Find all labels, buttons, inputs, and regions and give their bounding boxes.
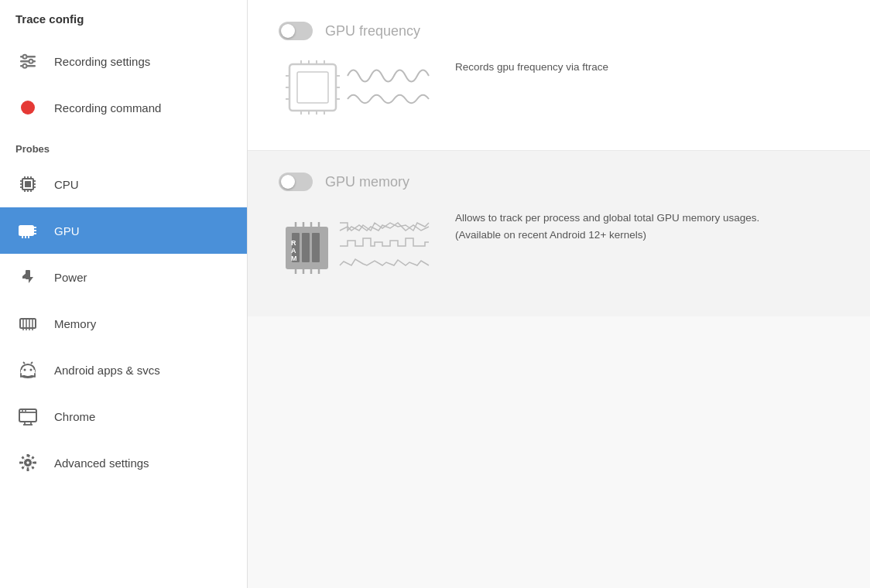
- sidebar-item-label: Android apps & svcs: [54, 364, 160, 377]
- svg-point-4: [29, 60, 33, 63]
- svg-line-47: [31, 362, 33, 364]
- gpu-frequency-header: GPU frequency: [279, 22, 839, 40]
- sidebar-item-power[interactable]: Power: [0, 254, 247, 300]
- svg-rect-43: [21, 371, 35, 374]
- power-icon: [15, 265, 40, 289]
- svg-rect-22: [22, 228, 26, 233]
- cpu-icon: [15, 172, 40, 197]
- svg-text:M: M: [291, 255, 297, 262]
- sidebar-item-label: Chrome: [54, 410, 95, 423]
- svg-rect-88: [312, 233, 320, 262]
- svg-rect-21: [19, 226, 33, 235]
- sidebar-item-advanced[interactable]: Advanced settings: [0, 439, 247, 486]
- gpu-memory-illustration: R A M: [282, 203, 437, 289]
- gpu-memory-description: Allows to track per process and global t…: [455, 203, 780, 243]
- svg-rect-32: [20, 319, 36, 328]
- svg-point-6: [21, 101, 35, 115]
- probes-section-label: Probes: [0, 131, 247, 161]
- gpu-memory-body: R A M: [279, 203, 839, 289]
- sidebar-title: Trace config: [0, 12, 247, 38]
- main-content: GPU frequency: [248, 0, 870, 588]
- svg-rect-64: [34, 462, 37, 464]
- svg-point-45: [30, 369, 33, 371]
- svg-point-3: [23, 55, 27, 59]
- record-icon: [15, 95, 40, 120]
- gpu-icon: [15, 218, 40, 243]
- sliders-icon: [15, 49, 40, 74]
- gpu-memory-card: GPU memory R A M: [248, 151, 870, 316]
- gpu-frequency-title: GPU frequency: [325, 23, 420, 39]
- svg-point-44: [24, 369, 26, 371]
- svg-text:A: A: [291, 247, 296, 255]
- sidebar-item-recording-settings[interactable]: Recording settings: [0, 38, 247, 84]
- gpu-frequency-card: GPU frequency: [248, 0, 870, 151]
- sidebar-item-gpu[interactable]: GPU: [0, 207, 247, 254]
- svg-rect-61: [27, 454, 29, 457]
- gpu-frequency-body: Records gpu frequency via ftrace: [279, 53, 839, 122]
- sidebar-item-cpu[interactable]: CPU: [0, 161, 247, 207]
- svg-text:R: R: [291, 239, 296, 247]
- sidebar-item-label: Power: [54, 271, 87, 284]
- gpu-memory-toggle[interactable]: [279, 173, 313, 191]
- sidebar: Trace config Recording settings Recordin…: [0, 0, 248, 588]
- sidebar-item-label: Advanced settings: [54, 456, 149, 470]
- sidebar-item-label: Recording settings: [54, 55, 150, 68]
- gpu-frequency-illustration: [282, 53, 437, 122]
- svg-point-53: [25, 410, 26, 412]
- sidebar-item-label: Memory: [54, 317, 96, 330]
- gpu-memory-title: GPU memory: [325, 174, 409, 190]
- sidebar-item-memory[interactable]: Memory: [0, 300, 247, 347]
- sidebar-item-label: CPU: [54, 178, 79, 191]
- gpu-frequency-toggle[interactable]: [279, 22, 313, 40]
- svg-point-52: [22, 410, 23, 412]
- svg-rect-62: [27, 469, 29, 472]
- gear-icon: [15, 450, 40, 475]
- svg-rect-63: [19, 462, 22, 464]
- sidebar-item-recording-command[interactable]: Recording command: [0, 84, 247, 131]
- svg-rect-70: [297, 72, 328, 103]
- svg-line-46: [23, 362, 25, 364]
- chrome-icon: [15, 404, 40, 429]
- sidebar-item-android[interactable]: Android apps & svcs: [0, 347, 247, 393]
- sidebar-item-chrome[interactable]: Chrome: [0, 393, 247, 439]
- svg-rect-87: [302, 233, 310, 262]
- svg-rect-69: [289, 64, 336, 111]
- memory-icon: [15, 311, 40, 336]
- svg-rect-23: [27, 228, 30, 233]
- android-icon: [15, 357, 40, 382]
- gpu-memory-header: GPU memory: [279, 173, 839, 191]
- svg-rect-8: [25, 181, 31, 187]
- sidebar-item-label: GPU: [54, 224, 80, 238]
- gpu-frequency-description: Records gpu frequency via ftrace: [455, 53, 608, 76]
- sidebar-item-label: Recording command: [54, 101, 161, 115]
- svg-point-5: [23, 64, 27, 68]
